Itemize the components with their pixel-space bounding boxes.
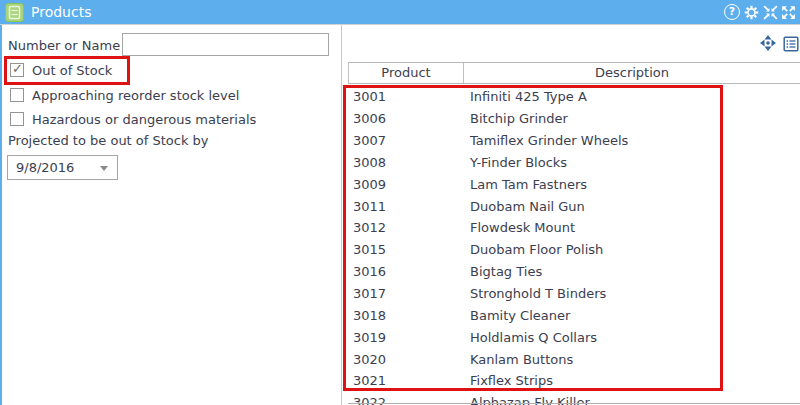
product-number-cell: 3021	[348, 373, 463, 388]
product-description-cell: Fixflex Strips	[463, 373, 800, 388]
date-value: 9/8/2016	[16, 160, 74, 175]
product-column-header[interactable]: Product	[349, 63, 464, 83]
product-description-cell: Bamity Cleaner	[463, 308, 800, 323]
dropdown-arrow-icon	[100, 166, 108, 171]
approaching-reorder-label[interactable]: Approaching reorder stock level	[32, 88, 239, 103]
settings-gear-icon[interactable]	[743, 4, 760, 21]
grid-header-row: Product Description	[348, 62, 800, 84]
product-number-cell: 3015	[348, 242, 463, 257]
number-or-name-input[interactable]	[122, 33, 329, 56]
list-view-icon[interactable]	[783, 36, 799, 55]
product-description-cell: Lam Tam Fastners	[463, 177, 800, 192]
table-row[interactable]: 3009Lam Tam Fastners	[348, 173, 800, 195]
table-row[interactable]: 3018Bamity Cleaner	[348, 304, 800, 326]
product-description-cell: Duobam Nail Gun	[463, 199, 800, 214]
product-description-cell: Flowdesk Mount	[463, 220, 800, 235]
panel-divider	[341, 25, 342, 405]
product-grid: Product Description	[348, 62, 800, 84]
product-number-cell: 3020	[348, 352, 463, 367]
product-description-cell: Holdlamis Q Collars	[463, 330, 800, 345]
table-row[interactable]: 3016Bigtag Ties	[348, 261, 800, 283]
grid-bottom-border	[348, 403, 800, 404]
window-left-border	[0, 25, 2, 405]
table-row[interactable]: 3019Holdlamis Q Collars	[348, 326, 800, 348]
product-number-cell: 3006	[348, 111, 463, 126]
approaching-reorder-checkbox[interactable]	[10, 88, 24, 102]
product-number-cell: 3001	[348, 89, 463, 104]
hazardous-materials-label[interactable]: Hazardous or dangerous materials	[32, 112, 256, 127]
projected-out-of-stock-label: Projected to be out of Stock by	[8, 133, 209, 148]
product-number-cell: 3009	[348, 177, 463, 192]
products-app-icon	[5, 3, 24, 22]
product-table-body: 3001Infiniti 425 Type A3006Bitchip Grind…	[348, 86, 800, 405]
product-description-cell: Stronghold T Binders	[463, 286, 800, 301]
product-number-cell: 3016	[348, 264, 463, 279]
description-column-header[interactable]: Description	[464, 63, 800, 83]
table-row[interactable]: 3020Kanlam Buttons	[348, 348, 800, 370]
product-number-cell: 3011	[348, 199, 463, 214]
out-of-stock-date-select[interactable]: 9/8/2016	[7, 155, 118, 180]
product-description-cell: Kanlam Buttons	[463, 352, 800, 367]
table-row[interactable]: 3011Duobam Nail Gun	[348, 195, 800, 217]
product-description-cell: Y-Finder Blocks	[463, 155, 800, 170]
product-description-cell: Bitchip Grinder	[463, 111, 800, 126]
product-description-cell: Duobam Floor Polish	[463, 242, 800, 257]
table-row[interactable]: 3015Duobam Floor Polish	[348, 239, 800, 261]
help-icon[interactable]: ?	[724, 4, 741, 21]
product-description-cell: Infiniti 425 Type A	[463, 89, 800, 104]
hazardous-materials-checkbox[interactable]	[10, 112, 24, 126]
product-number-cell: 3007	[348, 133, 463, 148]
table-row[interactable]: 3021Fixflex Strips	[348, 370, 800, 392]
table-row[interactable]: 3006Bitchip Grinder	[348, 108, 800, 130]
collapse-window-icon[interactable]	[762, 4, 779, 21]
table-row[interactable]: 3012Flowdesk Mount	[348, 217, 800, 239]
product-number-cell: 3008	[348, 155, 463, 170]
out-of-stock-checkbox[interactable]	[10, 63, 24, 77]
out-of-stock-label[interactable]: Out of Stock	[32, 63, 112, 78]
product-number-cell: 3019	[348, 330, 463, 345]
table-row[interactable]: 3007Tamiflex Grinder Wheels	[348, 130, 800, 152]
product-number-cell: 3017	[348, 286, 463, 301]
product-number-cell: 3018	[348, 308, 463, 323]
number-or-name-label: Number or Name	[8, 38, 120, 53]
product-number-cell: 3012	[348, 220, 463, 235]
expand-window-icon[interactable]	[780, 4, 797, 21]
window-title: Products	[31, 0, 91, 24]
move-panel-icon[interactable]	[759, 34, 777, 55]
product-description-cell: Tamiflex Grinder Wheels	[463, 133, 800, 148]
table-row[interactable]: 3001Infiniti 425 Type A	[348, 86, 800, 108]
table-row[interactable]: 3017Stronghold T Binders	[348, 283, 800, 305]
product-description-cell: Bigtag Ties	[463, 264, 800, 279]
window-titlebar: Products ?	[0, 0, 800, 25]
products-window: Products ?	[0, 0, 800, 405]
table-row[interactable]: 3008Y-Finder Blocks	[348, 152, 800, 174]
